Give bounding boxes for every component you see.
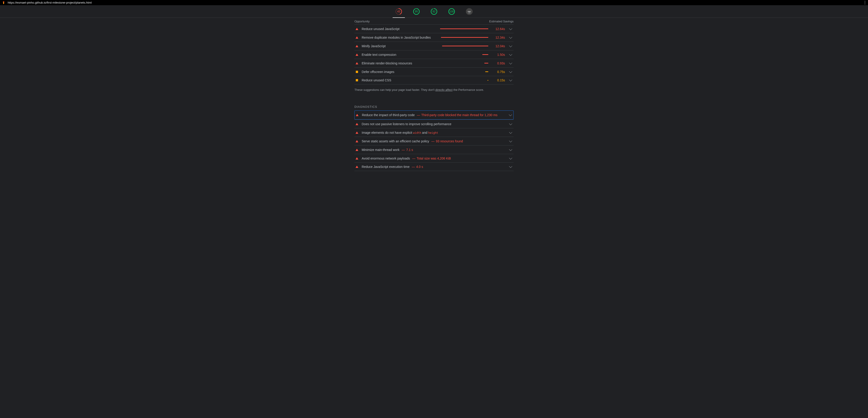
savings-value: 12.34s [491,36,505,39]
savings-bar [440,80,488,81]
directly-affect-link[interactable]: directly affect [435,88,453,92]
savings-bar [440,71,488,72]
triangle-icon [355,157,359,160]
triangle-icon [355,62,359,64]
diagnostic-title: Minimize main-thread work — 7.1 s [362,148,413,152]
chevron-down-icon [509,148,512,151]
diagnostic-title: Reduce JavaScript execution time — 4.0 s [362,165,423,168]
savings-value: 12.64s [491,27,505,31]
opportunity-title: Reduce unused CSS [362,78,391,82]
diagnostic-row[interactable]: Reduce JavaScript execution time — 4.0 s [354,162,514,171]
diagnostic-detail: — Total size was 4,206 KiB [412,157,451,160]
diagnostic-detail: — 7.1 s [401,148,413,152]
opportunity-row[interactable]: Reduce unused CSS 0.15s [354,76,514,85]
gauge-2[interactable]: 92 [428,5,440,18]
main-content: Opportunity Estimated Savings Reduce unu… [354,18,514,180]
chevron-down-icon [509,165,512,168]
chevron-down-icon [509,113,512,116]
opportunity-title: Defer offscreen images [362,70,394,74]
triangle-icon [355,114,359,116]
diagnostic-row[interactable]: Serve static assets with an efficient ca… [354,137,514,145]
more-options-icon[interactable] [864,0,866,5]
chevron-down-icon [509,78,512,81]
gauge-pwa[interactable]: PWA [463,5,475,18]
diagnostic-row[interactable]: Image elements do not have explicit widt… [354,128,514,137]
svg-point-3 [413,8,419,14]
opportunity-row[interactable]: Enable text compression 1.50s [354,50,514,59]
diagnostic-detail: — 4.0 s [411,165,423,168]
gauge-3[interactable]: 100 [445,5,458,18]
triangle-icon [355,131,359,134]
diagnostic-row[interactable]: Reduce the impact of third-party code — … [354,110,514,120]
diagnostic-detail: — Third-party code blocked the main thre… [416,113,498,117]
diagnostic-detail: — 93 resources found [431,139,463,143]
savings-bar [440,29,488,29]
opportunities-header: Opportunity Estimated Savings [354,18,514,24]
opportunities-list: Reduce unused JavaScript 12.64s Remove d… [354,24,514,85]
opportunity-title: Minify JavaScript [362,44,385,48]
chevron-down-icon [509,44,512,47]
opportunity-row[interactable]: Reduce unused JavaScript 12.64s [354,24,514,33]
chevron-down-icon [509,122,512,125]
diagnostic-title: Reduce the impact of third-party code — … [362,113,498,117]
triangle-icon [355,28,359,30]
chevron-down-icon [509,130,512,133]
pwa-icon: PWA [466,8,473,15]
diagnostics-heading: DIAGNOSTICS [354,105,514,108]
savings-value: 0.15s [491,78,505,82]
svg-point-5 [431,8,437,14]
diagnostic-row[interactable]: Does not use passive listeners to improv… [354,120,514,128]
score-gauges-bar: 439592100PWA [0,5,868,18]
opportunity-title: Reduce unused JavaScript [362,27,399,31]
triangle-icon [355,45,359,47]
opportunity-row[interactable]: Eliminate render-blocking resources 0.93… [354,59,514,67]
diagnostic-row[interactable]: Avoid enormous network payloads — Total … [354,154,514,162]
opportunity-header-label: Opportunity [354,20,370,23]
triangle-icon [355,140,359,142]
page-url: https://esmael-pinho.github.io/first-mil… [8,1,92,4]
diagnostic-row[interactable]: Minimize main-thread work — 7.1 s [354,145,514,154]
top-url-bar: https://esmael-pinho.github.io/first-mil… [0,0,868,5]
chevron-down-icon [509,139,512,142]
diagnostic-title: Image elements do not have explicit widt… [362,131,438,134]
svg-point-7 [449,8,455,14]
triangle-icon [355,54,359,56]
triangle-icon [355,166,359,168]
savings-bar [440,63,488,63]
diagnostic-title: Serve static assets with an efficient ca… [362,139,463,143]
estimated-savings-header-label: Estimated Savings [489,20,514,23]
lighthouse-logo-icon [2,1,5,4]
triangle-icon [355,123,359,125]
diagnostics-list: Reduce the impact of third-party code — … [354,110,514,171]
diagnostic-title: Avoid enormous network payloads — Total … [362,157,451,160]
opportunity-row[interactable]: Defer offscreen images 0.75s [354,67,514,76]
chevron-down-icon [509,53,512,56]
savings-bar [440,37,488,38]
chevron-down-icon [509,35,512,38]
square-icon [355,79,359,81]
chevron-down-icon [509,61,512,64]
savings-value: 0.93s [491,61,505,65]
chevron-down-icon [509,70,512,73]
opportunity-title: Remove duplicate modules in JavaScript b… [362,36,431,39]
opportunity-row[interactable]: Remove duplicate modules in JavaScript b… [354,33,514,41]
triangle-icon [355,149,359,151]
gauge-0[interactable]: 43 [393,5,405,18]
savings-value: 12.04s [491,44,505,48]
opportunity-title: Eliminate render-blocking resources [362,61,412,65]
triangle-icon [355,36,359,39]
savings-value: 1.50s [491,53,505,57]
square-icon [355,71,359,73]
gauge-1[interactable]: 95 [410,5,423,18]
savings-bar [440,54,488,55]
opportunity-title: Enable text compression [362,53,396,57]
chevron-down-icon [509,156,512,159]
opportunities-note: These suggestions can help your page loa… [354,85,514,92]
opportunity-row[interactable]: Minify JavaScript 12.04s [354,41,514,50]
savings-bar [440,46,488,46]
savings-value: 0.75s [491,70,505,74]
chevron-down-icon [509,27,512,30]
diagnostic-title: Does not use passive listeners to improv… [362,122,452,126]
